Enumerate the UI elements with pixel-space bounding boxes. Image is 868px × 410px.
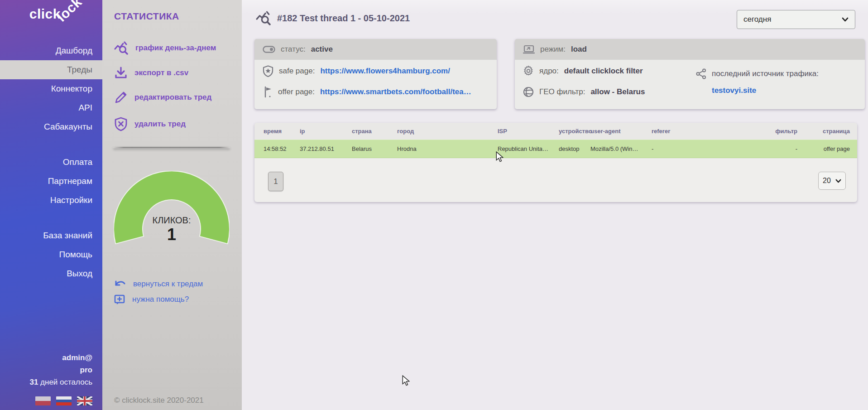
main-content: #182 Test thread 1 - 05-10-2021 сегодня …: [242, 0, 868, 410]
safe-page-label: safe page:: [279, 67, 315, 76]
sidebar-account: admin@ pro 31 дней осталось: [0, 352, 102, 410]
sidebar-item-partners[interactable]: Партнерам: [0, 172, 102, 191]
safe-page-row: safe page: https://www.flowers4hamburg.c…: [254, 62, 497, 81]
cell-user-agent: Mozilla/5.0 (Win…: [590, 140, 652, 158]
col-isp: ISP: [498, 123, 559, 140]
sidebar-item-logout[interactable]: Выход: [0, 264, 102, 283]
copyright: © clicklock.site 2020-2021: [114, 396, 204, 405]
sidebar-item-subaccounts[interactable]: Сабакаунты: [0, 117, 102, 136]
sidebar-item-connector[interactable]: Коннектор: [0, 79, 102, 98]
shield-star-icon: [263, 65, 273, 77]
offer-page-link[interactable]: https://www.smartbets.com/football/tea…: [320, 87, 471, 96]
geo-filter-label: ГЕО фильтр:: [539, 87, 585, 96]
menu-item-label: удалить тред: [134, 120, 186, 129]
pencil-icon: [114, 91, 128, 104]
uk-flag-icon[interactable]: [77, 396, 92, 405]
menu-item-label: редактировать тред: [134, 93, 211, 102]
page-size-select[interactable]: 20: [818, 172, 846, 190]
status-label: статус:: [281, 45, 306, 54]
status-card: статус: active safe page: https://www.fl…: [254, 39, 497, 109]
chart-zoom-icon: [255, 11, 272, 25]
account-plan: pro: [0, 364, 92, 376]
status-value: active: [311, 45, 333, 54]
toggle-icon: [263, 46, 275, 53]
gauge-value: 1: [114, 225, 230, 244]
clicks-table-card: время ip страна город ISP устройство use…: [254, 123, 857, 202]
share-icon: [696, 68, 706, 79]
offer-page-row: offer page: https://www.smartbets.com/fo…: [254, 82, 497, 101]
page-size-value: 20: [823, 177, 831, 185]
offer-page-label: offer page:: [278, 87, 315, 96]
sidebar: clicklock Дашборд Треды Коннектор API Са…: [0, 0, 102, 410]
table-header-row: время ip страна город ISP устройство use…: [254, 123, 857, 140]
clicks-table: время ip страна город ISP устройство use…: [254, 123, 857, 158]
sidebar-item-dashboard[interactable]: Дашборд: [0, 41, 102, 60]
mode-value: load: [571, 45, 587, 54]
language-flags: [0, 396, 92, 405]
chevron-down-icon: [835, 179, 841, 183]
geo-filter-value: allow - Belarus: [590, 87, 645, 96]
clicks-gauge: КЛИКОВ: 1: [114, 171, 230, 244]
stats-panel: СТАТИСТИКА график день-за-днем экспорт в…: [102, 0, 242, 410]
menu-item-delete-thread[interactable]: удалить тред: [114, 114, 186, 134]
last-source-label: последний источник трафика:: [712, 69, 819, 78]
account-days-left: 31 дней осталось: [0, 376, 92, 388]
flag-icon: [263, 86, 273, 98]
sidebar-item-knowledge-base[interactable]: База знаний: [0, 226, 102, 245]
mouse-cursor: [402, 375, 410, 386]
cell-device: desktop: [559, 140, 590, 158]
clicklock-app: clicklock Дашборд Треды Коннектор API Са…: [0, 0, 868, 410]
page-1-button[interactable]: 1: [268, 172, 283, 191]
download-icon: [114, 66, 128, 80]
table-row[interactable]: 14:58:52 37.212.80.51 Belarus Hrodna Rep…: [254, 140, 857, 158]
panel-divider: [113, 147, 230, 148]
last-traffic-source: последний источник трафика: testovyi.sit…: [696, 64, 819, 95]
shield-x-icon: [114, 117, 128, 131]
period-select[interactable]: сегодня: [737, 10, 855, 29]
sidebar-item-settings[interactable]: Настройки: [0, 191, 102, 210]
globe-icon: [523, 87, 534, 97]
cell-country: Belarus: [352, 140, 397, 158]
menu-item-export-csv[interactable]: экспорт в .csv: [114, 63, 188, 83]
col-country: страна: [352, 123, 397, 140]
col-city: город: [397, 123, 498, 140]
col-device: устройство: [559, 123, 590, 140]
safe-page-link[interactable]: https://www.flowers4hamburg.com/: [320, 67, 450, 76]
message-plus-icon: [114, 294, 125, 305]
need-help-link[interactable]: нужна помощь?: [114, 293, 189, 306]
menu-item-label: экспорт в .csv: [134, 68, 188, 77]
russia-flag-icon[interactable]: [56, 396, 72, 405]
gauge-label: КЛИКОВ:: [114, 215, 230, 226]
chart-zoom-icon: [114, 41, 129, 55]
menu-item-label: график день-за-днем: [135, 43, 216, 53]
chevron-down-icon: [842, 17, 849, 22]
sidebar-item-help[interactable]: Помощь: [0, 245, 102, 264]
laptop-share-icon: [523, 45, 535, 54]
back-to-threads-link[interactable]: вернуться к тредам: [114, 277, 203, 291]
sidebar-item-api[interactable]: API: [0, 98, 102, 117]
col-ip: ip: [300, 123, 352, 140]
status-card-header: статус: active: [254, 39, 497, 60]
core-value: default clicklock filter: [564, 67, 643, 76]
core-label: ядро:: [539, 67, 559, 76]
poland-flag-icon[interactable]: [35, 396, 51, 405]
col-filter: фильтр: [770, 123, 797, 140]
cell-referer: -: [652, 140, 770, 158]
menu-item-day-by-day-chart[interactable]: график день-за-днем: [114, 38, 216, 58]
sidebar-item-payment[interactable]: Оплата: [0, 153, 102, 172]
last-source-link[interactable]: testovyi.site: [712, 86, 819, 95]
menu-item-edit-thread[interactable]: редактировать тред: [114, 87, 211, 107]
cell-time: 14:58:52: [254, 140, 300, 158]
sidebar-item-threads[interactable]: Треды: [0, 60, 102, 79]
cell-ip: 37.212.80.51: [300, 140, 352, 158]
account-email: admin@: [0, 352, 92, 364]
clicklock-logo[interactable]: clicklock: [0, 0, 102, 38]
col-time: время: [254, 123, 300, 140]
col-user-agent: user-agent: [590, 123, 652, 140]
page-header: #182 Test thread 1 - 05-10-2021: [255, 11, 410, 25]
mode-card: режим: load ядро: default clicklock filt…: [515, 39, 865, 109]
page-title: #182 Test thread 1 - 05-10-2021: [277, 13, 410, 24]
undo-icon: [114, 280, 126, 289]
gear-icon: [523, 66, 534, 77]
stats-panel-title: СТАТИСТИКА: [114, 11, 179, 22]
